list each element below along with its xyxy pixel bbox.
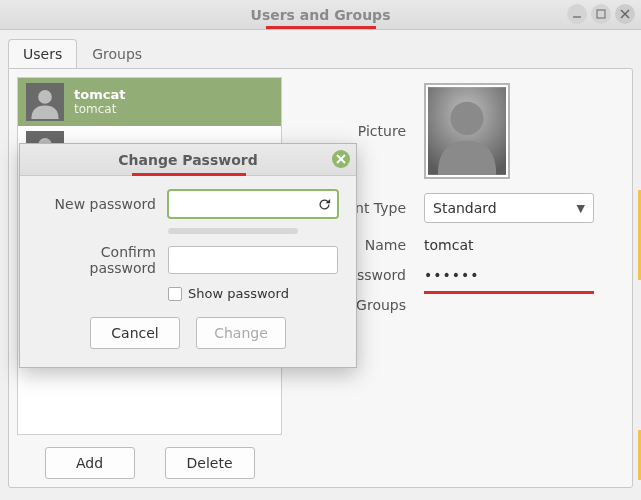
confirm-password-input[interactable] [168,246,338,274]
close-icon [620,9,630,19]
chevron-down-icon: ▼ [577,202,585,215]
dialog-titlebar: Change Password [20,144,356,176]
delete-button[interactable]: Delete [165,447,255,479]
account-type-select[interactable]: Standard ▼ [424,193,594,223]
picture-label: Picture [296,123,406,139]
users-and-groups-window: Users and Groups Users Groups [0,0,641,500]
generate-password-button[interactable] [314,194,334,214]
user-login: tomcat [74,103,125,117]
annotation-underline [132,173,246,176]
show-password-checkbox[interactable] [168,287,182,301]
maximize-button[interactable] [591,4,611,24]
picture-button[interactable] [424,83,510,179]
close-button[interactable] [615,4,635,24]
name-value[interactable]: tomcat [424,237,473,253]
titlebar: Users and Groups [0,0,641,30]
avatar-icon [26,83,64,121]
annotation-underline [424,291,594,294]
avatar-icon [428,87,506,175]
svg-point-7 [450,102,483,135]
close-icon [336,154,346,164]
annotation-underline [266,26,376,29]
cancel-button[interactable]: Cancel [90,317,180,349]
password-strength-meter [168,228,298,234]
window-title: Users and Groups [251,7,391,23]
svg-point-4 [38,90,52,104]
new-password-input[interactable] [168,190,338,218]
refresh-icon [317,197,332,212]
account-type-value: Standard [433,200,497,216]
new-password-label: New password [32,196,156,212]
tab-row: Users Groups [8,38,633,68]
confirm-password-label: Confirm password [32,244,156,276]
dialog-title: Change Password [118,152,258,168]
change-button[interactable]: Change [196,317,286,349]
show-password-label: Show password [188,286,289,301]
dialog-close-button[interactable] [332,150,350,168]
minimize-icon [572,9,582,19]
change-password-dialog: Change Password New password Confirm pas… [19,143,357,368]
tab-users[interactable]: Users [8,39,77,68]
password-value[interactable]: •••••• [424,267,480,283]
minimize-button[interactable] [567,4,587,24]
svg-rect-1 [597,10,605,18]
add-button[interactable]: Add [45,447,135,479]
list-item[interactable]: tomcattomcat [18,78,281,126]
maximize-icon [596,9,606,19]
tab-groups[interactable]: Groups [77,39,157,68]
list-buttons: Add Delete [17,447,282,479]
user-name: tomcat [74,88,125,103]
